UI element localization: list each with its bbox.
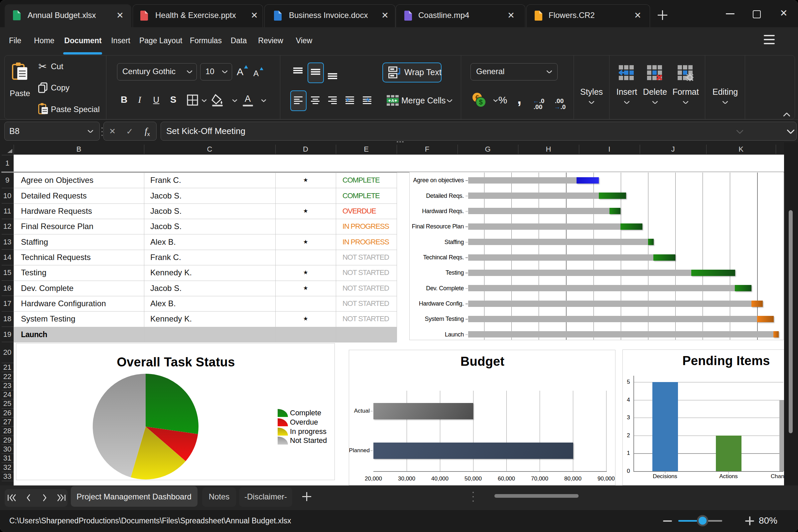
svg-text:$: $: [479, 98, 482, 106]
svg-text:✦A✦: ✦A✦: [388, 98, 398, 103]
